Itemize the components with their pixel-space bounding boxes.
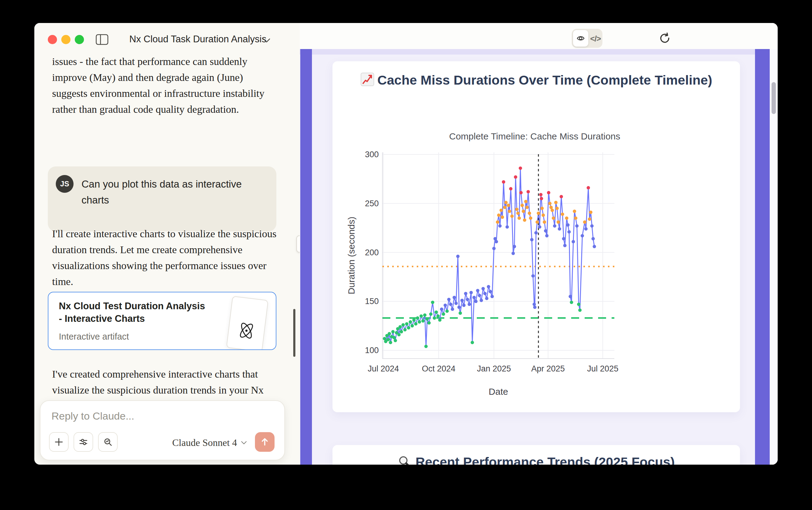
data-point[interactable]	[447, 298, 451, 301]
data-point[interactable]	[522, 210, 525, 213]
data-point[interactable]	[568, 230, 571, 233]
data-point[interactable]	[532, 303, 536, 306]
research-button[interactable]	[98, 432, 118, 452]
data-point[interactable]	[548, 202, 552, 205]
title-chevron-down-icon[interactable]	[263, 38, 270, 43]
data-point[interactable]	[521, 204, 524, 207]
conversation-title[interactable]: Nx Cloud Task Duration Analysis	[129, 34, 266, 45]
data-point[interactable]	[529, 217, 532, 220]
chat-scrollbar-thumb[interactable]	[293, 309, 295, 357]
data-point[interactable]	[542, 214, 545, 217]
data-point[interactable]	[466, 298, 469, 301]
data-point[interactable]	[398, 333, 401, 336]
data-point[interactable]	[535, 220, 539, 224]
data-point[interactable]	[509, 187, 512, 190]
data-point[interactable]	[476, 289, 480, 292]
data-point[interactable]	[573, 210, 576, 213]
data-point[interactable]	[497, 214, 500, 217]
data-point[interactable]	[534, 231, 538, 234]
data-point[interactable]	[487, 285, 490, 288]
data-point[interactable]	[502, 180, 505, 183]
data-point[interactable]	[572, 240, 575, 243]
data-point[interactable]	[433, 316, 436, 320]
data-point[interactable]	[482, 287, 485, 290]
data-point[interactable]	[581, 234, 584, 237]
data-point[interactable]	[483, 292, 487, 295]
send-button[interactable]	[255, 432, 274, 452]
data-point[interactable]	[547, 191, 550, 194]
reply-composer[interactable]: Reply to Claude...	[40, 400, 285, 460]
data-point[interactable]	[510, 215, 514, 218]
data-point[interactable]	[426, 317, 429, 320]
data-point[interactable]	[498, 224, 502, 228]
data-point[interactable]	[554, 201, 558, 204]
data-point[interactable]	[425, 345, 428, 348]
data-point[interactable]	[545, 234, 549, 237]
data-point[interactable]	[553, 224, 556, 228]
artifact-link-card[interactable]: Nx Cloud Test Duration Analysis - Intera…	[48, 292, 277, 350]
data-point[interactable]	[496, 220, 499, 224]
data-point[interactable]	[503, 206, 506, 209]
data-point[interactable]	[514, 175, 517, 179]
data-point[interactable]	[513, 245, 516, 248]
data-point[interactable]	[531, 274, 535, 278]
data-point[interactable]	[524, 200, 528, 203]
data-point[interactable]	[523, 219, 526, 222]
data-point[interactable]	[519, 191, 523, 194]
data-point[interactable]	[453, 296, 456, 299]
data-point[interactable]	[563, 244, 567, 247]
data-point[interactable]	[538, 225, 542, 229]
data-point[interactable]	[539, 193, 543, 196]
data-point[interactable]	[501, 216, 504, 219]
data-point[interactable]	[419, 314, 423, 318]
data-point[interactable]	[549, 206, 553, 209]
tools-button[interactable]	[74, 432, 93, 452]
data-point[interactable]	[499, 209, 503, 212]
data-point[interactable]	[577, 303, 580, 306]
data-point[interactable]	[515, 207, 518, 211]
data-point[interactable]	[588, 217, 591, 221]
data-point[interactable]	[540, 197, 543, 200]
data-point[interactable]	[469, 291, 473, 294]
data-point[interactable]	[583, 220, 586, 224]
data-point[interactable]	[525, 206, 528, 209]
data-point[interactable]	[584, 227, 588, 230]
data-point[interactable]	[403, 328, 407, 331]
attach-button[interactable]	[49, 432, 69, 452]
data-point[interactable]	[558, 227, 561, 230]
data-point[interactable]	[458, 306, 461, 309]
data-point[interactable]	[418, 320, 421, 324]
data-point[interactable]	[518, 217, 521, 220]
data-point[interactable]	[478, 294, 481, 297]
data-point[interactable]	[495, 240, 498, 243]
data-point[interactable]	[556, 220, 560, 224]
data-point[interactable]	[468, 303, 471, 306]
data-point[interactable]	[456, 255, 460, 258]
data-point[interactable]	[461, 299, 464, 302]
data-point[interactable]	[386, 338, 390, 341]
data-point[interactable]	[405, 322, 408, 325]
data-point[interactable]	[505, 225, 509, 229]
data-point[interactable]	[533, 306, 536, 309]
data-point[interactable]	[492, 247, 496, 250]
data-point[interactable]	[562, 237, 566, 240]
data-point[interactable]	[389, 341, 392, 344]
data-point[interactable]	[436, 314, 440, 318]
data-point[interactable]	[414, 322, 417, 325]
preview-toggle-button[interactable]	[573, 30, 588, 47]
data-point[interactable]	[391, 330, 395, 334]
data-point[interactable]	[574, 217, 577, 220]
data-point[interactable]	[543, 220, 546, 224]
data-point[interactable]	[472, 296, 476, 299]
data-point[interactable]	[442, 312, 445, 316]
data-points[interactable]	[383, 166, 596, 348]
data-point[interactable]	[516, 211, 520, 215]
data-point[interactable]	[569, 295, 572, 298]
data-point[interactable]	[591, 237, 595, 240]
data-point[interactable]	[561, 213, 564, 216]
data-point[interactable]	[440, 307, 443, 311]
data-point[interactable]	[519, 166, 522, 170]
data-point[interactable]	[423, 314, 427, 317]
view-toggle[interactable]: </>	[572, 29, 602, 48]
data-point[interactable]	[587, 186, 590, 190]
